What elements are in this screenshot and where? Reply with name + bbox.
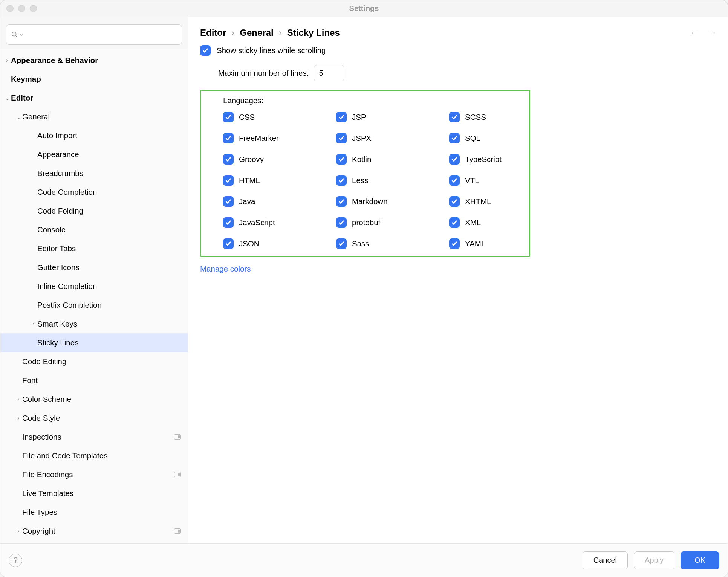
checkbox-icon xyxy=(200,45,211,56)
tree-item[interactable]: Code Editing xyxy=(0,352,188,371)
checkbox-icon xyxy=(336,196,347,207)
tree-item[interactable]: File and Code Templates xyxy=(0,446,188,465)
window-minimize-icon[interactable] xyxy=(18,5,25,12)
chevron-right-icon[interactable]: › xyxy=(15,396,22,403)
cancel-button[interactable]: Cancel xyxy=(583,551,628,569)
chevron-right-icon[interactable]: › xyxy=(3,57,11,64)
chevron-down-icon[interactable] xyxy=(20,33,24,37)
tree-item-label: Keymap xyxy=(11,75,181,84)
window-close-icon[interactable] xyxy=(6,5,14,12)
language-checkbox[interactable]: protobuf xyxy=(336,217,449,228)
language-checkbox[interactable]: Less xyxy=(336,175,449,186)
tree-item[interactable]: Keymap xyxy=(0,70,188,89)
search-field[interactable] xyxy=(25,31,177,39)
language-label: Java xyxy=(239,197,255,206)
tree-item[interactable]: Auto Import xyxy=(0,126,188,145)
nav-forward-icon[interactable]: → xyxy=(707,27,717,38)
show-sticky-label: Show sticky lines while scrolling xyxy=(217,46,326,55)
show-sticky-checkbox[interactable]: Show sticky lines while scrolling xyxy=(200,45,716,56)
maxlines-input[interactable] xyxy=(314,65,344,81)
language-label: SCSS xyxy=(465,113,486,122)
language-checkbox[interactable]: Kotlin xyxy=(336,154,449,165)
checkbox-icon xyxy=(336,238,347,249)
language-checkbox[interactable]: JSP xyxy=(336,112,449,122)
tree-item[interactable]: ›Smart Keys xyxy=(0,314,188,333)
tree-item[interactable]: Editor Tabs xyxy=(0,239,188,258)
checkbox-icon xyxy=(449,112,460,122)
language-checkbox[interactable]: Groovy xyxy=(223,154,336,165)
tree-item[interactable]: ⌄Editor xyxy=(0,89,188,107)
tree-item[interactable]: Console xyxy=(0,220,188,239)
nav-back-icon[interactable]: ← xyxy=(690,27,700,38)
tree-item[interactable]: Inspections xyxy=(0,427,188,446)
chevron-right-icon[interactable]: › xyxy=(15,528,22,534)
tree-item-label: File Types xyxy=(22,508,181,517)
language-checkbox[interactable]: JSPX xyxy=(336,133,449,143)
language-checkbox[interactable]: CSS xyxy=(223,112,336,122)
tree-item-label: Code Completion xyxy=(37,188,181,197)
window-zoom-icon[interactable] xyxy=(30,5,37,12)
titlebar: Settings xyxy=(0,0,728,17)
language-checkbox[interactable]: Sass xyxy=(336,238,449,249)
tree-item[interactable]: Code Folding xyxy=(0,201,188,220)
tree-item[interactable]: Postfix Completion xyxy=(0,296,188,314)
tree-item[interactable]: ›Appearance & Behavior xyxy=(0,51,188,70)
tree-item[interactable]: ›Code Style xyxy=(0,409,188,427)
chevron-down-icon[interactable]: ⌄ xyxy=(3,95,11,102)
tree-item[interactable]: Font xyxy=(0,371,188,390)
tree-item[interactable]: Appearance xyxy=(0,145,188,164)
help-button[interactable]: ? xyxy=(9,554,22,567)
language-checkbox[interactable]: TypeScript xyxy=(449,154,536,165)
tree-item[interactable]: Gutter Icons xyxy=(0,258,188,277)
tree-item[interactable]: ⌄General xyxy=(0,107,188,126)
language-checkbox[interactable]: HTML xyxy=(223,175,336,186)
tree-item-label: General xyxy=(22,112,181,121)
tree-item[interactable]: Inline Completion xyxy=(0,277,188,296)
language-label: Sass xyxy=(352,239,369,248)
checkbox-icon xyxy=(449,154,460,165)
language-checkbox[interactable]: JavaScript xyxy=(223,217,336,228)
tree-item[interactable]: File Encodings xyxy=(0,465,188,484)
chevron-down-icon[interactable]: ⌄ xyxy=(15,113,22,121)
tree-item[interactable]: Sticky Lines xyxy=(0,333,188,352)
checkbox-icon xyxy=(336,112,347,122)
language-checkbox[interactable]: YAML xyxy=(449,238,536,249)
language-checkbox[interactable]: SCSS xyxy=(449,112,536,122)
tree-item[interactable]: Code Completion xyxy=(0,183,188,201)
checkbox-icon xyxy=(223,196,234,207)
language-checkbox[interactable]: Markdown xyxy=(336,196,449,207)
breadcrumb-item[interactable]: General xyxy=(240,27,273,38)
tree-item[interactable]: File Types xyxy=(0,503,188,522)
language-label: FreeMarker xyxy=(239,134,279,143)
tree-item[interactable]: ›Color Scheme xyxy=(0,390,188,409)
project-settings-icon xyxy=(174,434,181,440)
chevron-right-icon[interactable]: › xyxy=(30,321,37,327)
language-checkbox[interactable]: FreeMarker xyxy=(223,133,336,143)
breadcrumb-item[interactable]: Editor xyxy=(200,27,226,38)
search-input[interactable] xyxy=(6,24,182,45)
tree-item-label: Live Templates xyxy=(22,489,181,498)
language-label: JavaScript xyxy=(239,218,275,227)
language-checkbox[interactable]: SQL xyxy=(449,133,536,143)
language-checkbox[interactable]: JSON xyxy=(223,238,336,249)
ok-button[interactable]: OK xyxy=(681,551,719,569)
checkbox-icon xyxy=(336,133,347,143)
checkbox-icon xyxy=(449,175,460,186)
language-checkbox[interactable]: VTL xyxy=(449,175,536,186)
language-checkbox[interactable]: Java xyxy=(223,196,336,207)
tree-item-label: Color Scheme xyxy=(22,395,181,404)
language-label: Less xyxy=(352,176,368,185)
tree-item-label: Inline Completion xyxy=(37,282,181,291)
language-label: TypeScript xyxy=(465,155,502,164)
chevron-right-icon[interactable]: › xyxy=(15,415,22,421)
tree-item[interactable]: ›Copyright xyxy=(0,522,188,540)
manage-colors-link[interactable]: Manage colors xyxy=(200,264,251,273)
language-checkbox[interactable]: XML xyxy=(449,217,536,228)
tree-item[interactable]: Breadcrumbs xyxy=(0,164,188,183)
settings-tree[interactable]: ›Appearance & BehaviorKeymap⌄Editor⌄Gene… xyxy=(0,49,188,543)
tree-item[interactable]: Live Templates xyxy=(0,484,188,503)
language-checkbox[interactable]: XHTML xyxy=(449,196,536,207)
window-controls xyxy=(6,5,37,12)
language-label: VTL xyxy=(465,176,479,185)
checkbox-icon xyxy=(449,217,460,228)
